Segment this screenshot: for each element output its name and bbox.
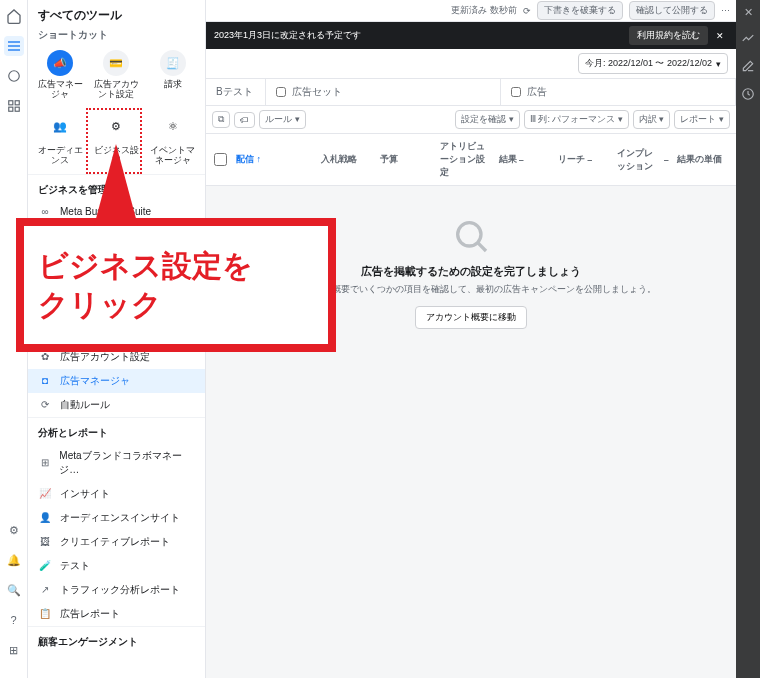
col-attribution[interactable]: アトリビューション設定 [436,140,495,179]
grid-icon[interactable] [4,96,24,116]
annotation-callout: ビジネス設定を クリック [16,218,336,352]
users-icon: 👥 [43,112,77,142]
menu-item[interactable]: 🖼クリエイティブレポート [28,530,205,554]
callout-pointer [94,144,138,226]
toolbar: ⧉ 🏷 ルール ▾ 設定を確認 ▾ Ⅲ 列: パフォーマンス ▾ 内訳 ▾ レポ… [206,106,736,134]
col-delivery[interactable]: 配信 ↑ [232,140,317,179]
menu-item[interactable]: 👤オーディエンスインサイト [28,506,205,530]
panel-title: すべてのツール [28,0,205,28]
go-account-overview-button[interactable]: アカウント概要に移動 [415,306,527,329]
menu-item[interactable]: ⊞Metaブランドコラボマネージ… [28,444,205,482]
tab-ad[interactable]: 広告 [501,79,736,105]
svg-line-9 [478,243,486,251]
menu-item-icon: ⊞ [38,457,51,468]
menu-item-icon: ∞ [38,206,52,217]
topbar: 更新済み 数秒前 ⟳ 下書きを破棄する 確認して公開する ⋯ [206,0,736,22]
col-impressions[interactable]: インプレッション – [613,140,672,179]
chevron-down-icon: ▾ [716,59,721,69]
help-icon[interactable]: ? [4,610,24,630]
shortcut-event-manager[interactable]: ⚛ イベントマネージャ [147,112,199,166]
tag-button[interactable]: 🏷 [234,112,255,128]
col-cost[interactable]: 結果の単価 [673,140,732,179]
menu-item-label: オーディエンスインサイト [60,511,180,525]
notice-text: 2023年1月3日に改定される予定です [214,29,361,42]
menu-item[interactable]: ◘広告マネージャ [28,369,205,393]
more-icon[interactable]: ⋯ [721,6,730,16]
shortcut-billing[interactable]: 🧾 請求 [147,50,199,100]
section-head: 分析とレポート [28,417,205,444]
discard-draft-button[interactable]: 下書きを破棄する [537,1,623,20]
empty-subtitle: アカウント概要でいくつかの項目を確認して、最初の広告キャンペーンを公開しましょう… [287,283,656,296]
settings-icon[interactable]: ⚙ [4,520,24,540]
adset-checkbox[interactable] [276,87,286,97]
menu-item-label: トラフィック分析レポート [60,583,180,597]
menu-item-icon: 👤 [38,512,52,523]
tabs: Bテスト 広告セット 広告 [206,79,736,106]
tab-abtest[interactable]: Bテスト [206,79,266,105]
menu-item[interactable]: 🧪テスト [28,554,205,578]
menu-item[interactable]: ⟳自動ルール [28,393,205,417]
menu-item-label: テスト [60,559,90,573]
report-dropdown[interactable]: レポート ▾ [674,110,730,129]
receipt-icon: 🧾 [160,50,186,76]
home-icon[interactable] [4,6,24,26]
menu-item-label: 自動ルール [60,398,110,412]
edit-icon[interactable] [741,59,755,75]
history-icon[interactable] [741,87,755,103]
col-bid[interactable]: 入札戦略 [317,140,376,179]
select-all-checkbox[interactable] [214,153,227,166]
status-text: 更新済み 数秒前 [451,4,517,17]
shortcut-account-settings[interactable]: 💳 広告アカウント設定 [90,50,142,100]
shortcut-label: ショートカット [28,28,205,48]
chart-line-icon[interactable] [741,31,755,47]
shortcut-audiences[interactable]: 👥 オーディエンス [34,112,86,166]
menu-item-icon: ↗ [38,584,52,595]
notice-banner: 2023年1月3日に改定される予定です 利用規約を読む ✕ [206,22,736,49]
menu-item-icon: 📈 [38,488,52,499]
section-head: 顧客エンゲージメント [28,626,205,653]
menu-item-label: クリエイティブレポート [60,535,170,549]
comment-icon[interactable] [4,66,24,86]
tab-adset[interactable]: 広告セット [266,79,501,105]
breakdown-dropdown[interactable]: 内訳 ▾ [633,110,671,129]
menu-item[interactable]: 📋広告レポート [28,602,205,626]
svg-rect-7 [15,107,19,111]
copy-button[interactable]: ⧉ [212,111,230,128]
empty-title: 広告を掲載するための設定を完了しましょう [361,264,581,279]
refresh-icon[interactable]: ⟳ [523,6,531,16]
rules-dropdown[interactable]: ルール ▾ [259,110,306,129]
col-reach[interactable]: リーチ – [554,140,613,179]
atom-icon: ⚛ [156,112,190,142]
bell-icon[interactable]: 🔔 [4,550,24,570]
menu-item-label: 広告マネージャ [60,374,130,388]
date-range-dropdown[interactable]: 今月: 2022/12/01 〜 2022/12/02 ▾ [578,53,728,74]
close-icon[interactable]: ✕ [712,28,728,44]
col-budget[interactable]: 予算 [376,140,435,179]
menu-item-icon: ✿ [38,351,52,362]
ad-checkbox[interactable] [511,87,521,97]
menu-item[interactable]: 📈インサイト [28,482,205,506]
notice-read-button[interactable]: 利用規約を読む [629,26,708,45]
overflow-icon[interactable]: ⊞ [4,640,24,660]
menu-item-icon: ⟳ [38,399,52,410]
columns-dropdown[interactable]: Ⅲ 列: パフォーマンス ▾ [524,110,629,129]
close-panel-icon[interactable]: ✕ [744,6,753,19]
menu-item-icon: 📋 [38,608,52,619]
menu-icon[interactable] [4,36,24,56]
gear-icon: ⚙ [99,112,133,142]
shortcuts-row-1: 📣 広告マネージャ 💳 広告アカウント設定 🧾 請求 [28,48,205,108]
right-strip: ✕ [736,0,760,678]
svg-point-3 [8,71,19,82]
search-icon[interactable]: 🔍 [4,580,24,600]
svg-rect-4 [8,101,12,105]
svg-rect-5 [15,101,19,105]
review-publish-button[interactable]: 確認して公開する [629,1,715,20]
menu-item[interactable]: ↗トラフィック分析レポート [28,578,205,602]
menu-item-label: インサイト [60,487,110,501]
shortcut-ads-manager[interactable]: 📣 広告マネージャ [34,50,86,100]
review-dropdown[interactable]: 設定を確認 ▾ [455,110,520,129]
col-results[interactable]: 結果 – [495,140,554,179]
column-headers: 配信 ↑ 入札戦略 予算 アトリビューション設定 結果 – リーチ – インプレ… [206,134,736,186]
menu-item-icon: 🧪 [38,560,52,571]
menu-item-icon: ◘ [38,375,52,386]
